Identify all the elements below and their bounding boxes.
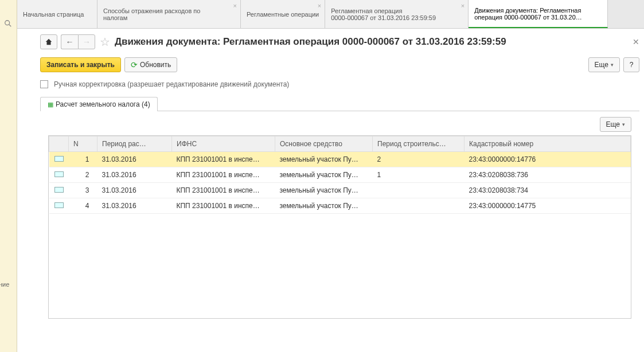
tab[interactable]: Способы отражения расходов поналогам× [97, 0, 241, 28]
col-n[interactable]: N [69, 136, 97, 152]
tab[interactable]: Регламентные операции× [241, 0, 325, 28]
table-row[interactable]: 431.03.2016КПП 231001001 в инспе…земельн… [49, 198, 631, 214]
grid-icon: ▦ [48, 101, 53, 108]
side-item[interactable]: ование [0, 281, 9, 288]
table-row[interactable]: 331.03.2016КПП 231001001 в инспе…земельн… [49, 183, 631, 198]
refresh-button[interactable]: ⟳Обновить [124, 57, 177, 72]
forward-button[interactable]: → [78, 34, 95, 49]
page-title: Движения документа: Регламентная операци… [115, 36, 506, 48]
table-more-button[interactable]: Еще [600, 117, 631, 132]
table-row[interactable]: 131.03.2016КПП 231001001 в инспе…земельн… [49, 152, 631, 167]
home-button[interactable] [40, 34, 57, 49]
record-icon [54, 171, 64, 177]
record-icon [54, 202, 64, 208]
tab[interactable]: Начальная страница [17, 0, 97, 28]
favorite-star-icon[interactable]: ☆ [99, 36, 111, 48]
svg-point-0 [5, 21, 10, 25]
tab-close-icon[interactable]: × [461, 2, 465, 9]
col-ifns[interactable]: ИФНС [172, 136, 275, 152]
tab-bar: Начальная страницаСпособы отражения расх… [17, 0, 644, 29]
close-icon[interactable]: ✕ [633, 37, 639, 46]
left-panel: о… о… дры … ование [0, 0, 17, 352]
table-row[interactable]: 231.03.2016КПП 231001001 в инспе…земельн… [49, 167, 631, 183]
table-header-row: N Период рас… ИФНС Основное средство Пер… [49, 136, 631, 152]
manual-correction-label: Ручная корректировка (разрешает редактир… [54, 80, 289, 88]
record-icon [54, 156, 64, 162]
search-icon[interactable] [2, 19, 14, 31]
tab-close-icon[interactable]: × [233, 2, 237, 9]
record-icon [54, 187, 64, 193]
tab[interactable]: Движения документа: Регламентнаяоперация… [469, 0, 608, 28]
save-close-button[interactable]: Записать и закрыть [40, 57, 121, 72]
tab-close-icon[interactable]: × [318, 2, 321, 9]
col-period[interactable]: Период рас… [97, 136, 172, 152]
data-table[interactable]: N Период рас… ИФНС Основное средство Пер… [48, 135, 631, 319]
manual-correction-checkbox[interactable] [40, 80, 48, 88]
col-os[interactable]: Основное средство [275, 136, 373, 152]
col-kad[interactable]: Кадастровый номер [465, 136, 631, 152]
back-button[interactable]: ← [61, 34, 78, 49]
col-stroi[interactable]: Период строительс… [373, 136, 465, 152]
help-button[interactable]: ? [623, 57, 639, 72]
svg-line-1 [9, 25, 11, 27]
tab[interactable]: Регламентная операция0000-000067 от 31.0… [325, 0, 469, 28]
form-tab-land-tax[interactable]: ▦ Расчет земельного налога (4) [40, 97, 158, 111]
refresh-icon: ⟳ [131, 60, 138, 69]
more-button[interactable]: Еще [588, 57, 620, 72]
